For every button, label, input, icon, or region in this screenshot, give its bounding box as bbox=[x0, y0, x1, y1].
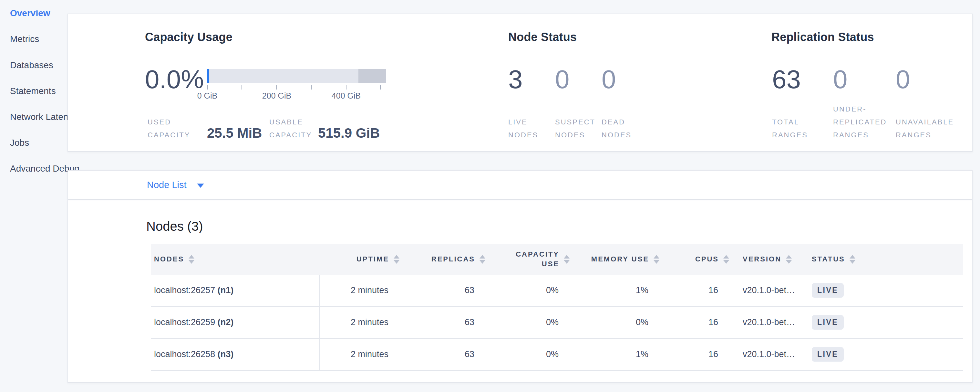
column-header-memory-use-label: MEMORY USE bbox=[591, 255, 649, 263]
suspect-nodes-label: SUSPECT NODES bbox=[555, 116, 595, 142]
live-nodes-label-line2: NODES bbox=[508, 129, 538, 142]
capacity-used-percent: 0.0% bbox=[145, 63, 204, 96]
column-header-memory-use[interactable]: MEMORY USE bbox=[558, 244, 648, 275]
nodes-table: NODES UPTIME REPLICAS CAPACITY USE MEMOR… bbox=[151, 244, 963, 371]
column-header-version-label: VERSION bbox=[743, 255, 781, 263]
gauge-tick bbox=[277, 85, 277, 89]
usable-capacity-label-line1: USABLE bbox=[269, 116, 312, 129]
under-replicated-ranges-label: UNDER- REPLICATED RANGES bbox=[833, 103, 887, 142]
column-header-cpus[interactable]: CPUS bbox=[648, 244, 718, 275]
column-header-replicas[interactable]: REPLICAS bbox=[388, 244, 474, 275]
gauge-tick bbox=[346, 85, 347, 89]
gauge-tick bbox=[242, 85, 242, 89]
dead-nodes-label-line2: NODES bbox=[601, 129, 632, 142]
node-list-dropdown[interactable]: Node List bbox=[147, 171, 204, 199]
unavailable-ranges-label-line1: UNAVAILABLE bbox=[896, 116, 954, 129]
capacity-use-cell: 0% bbox=[474, 349, 558, 359]
used-capacity-label: USED CAPACITY bbox=[148, 116, 190, 142]
used-capacity-label-line2: CAPACITY bbox=[148, 129, 190, 142]
sidebar-item-jobs[interactable]: Jobs bbox=[10, 136, 29, 149]
version-cell: v20.1.0-bet… bbox=[718, 349, 812, 359]
column-header-uptime-label: UPTIME bbox=[356, 255, 389, 263]
sidebar-item-metrics[interactable]: Metrics bbox=[10, 33, 39, 46]
nodes-table-header: NODES UPTIME REPLICAS CAPACITY USE MEMOR… bbox=[151, 244, 963, 275]
column-header-nodes[interactable]: NODES bbox=[151, 244, 319, 275]
memory-use-cell: 1% bbox=[558, 285, 648, 295]
usable-capacity-label: USABLE CAPACITY bbox=[269, 116, 312, 142]
node-address-cell[interactable]: localhost:26258 (n3) bbox=[151, 349, 319, 359]
under-replicated-label-line2: REPLICATED bbox=[833, 116, 887, 129]
node-id: (n1) bbox=[218, 285, 234, 295]
live-nodes-label: LIVE NODES bbox=[508, 116, 538, 142]
column-header-replicas-label: REPLICAS bbox=[431, 255, 475, 263]
cpus-cell: 16 bbox=[648, 349, 718, 359]
sort-icon bbox=[786, 255, 792, 264]
under-replicated-ranges-count: 0 bbox=[833, 63, 848, 96]
cpus-cell: 16 bbox=[648, 317, 718, 327]
node-address-cell[interactable]: localhost:26257 (n1) bbox=[151, 285, 319, 295]
total-ranges-label-line1: TOTAL bbox=[772, 116, 808, 129]
column-header-cpus-label: CPUS bbox=[695, 255, 719, 263]
sort-icon bbox=[850, 255, 855, 264]
replicas-cell: 63 bbox=[388, 349, 474, 359]
column-header-status-label: STATUS bbox=[812, 255, 845, 263]
sidebar-item-overview[interactable]: Overview bbox=[10, 7, 50, 20]
view-selector-card: Node List bbox=[67, 170, 972, 200]
suspect-nodes-count: 0 bbox=[555, 63, 570, 96]
total-ranges-label: TOTAL RANGES bbox=[772, 116, 808, 142]
dead-nodes-label-line1: DEAD bbox=[601, 116, 632, 129]
dead-nodes-label: DEAD NODES bbox=[601, 116, 632, 142]
used-capacity-value: 25.5 MiB bbox=[207, 125, 262, 141]
node-address-cell[interactable]: localhost:26259 (n2) bbox=[151, 317, 319, 327]
dead-nodes-count: 0 bbox=[601, 63, 616, 96]
column-header-status[interactable]: STATUS bbox=[812, 244, 963, 275]
usable-capacity-label-line2: CAPACITY bbox=[269, 129, 312, 142]
status-badge: LIVE bbox=[812, 347, 844, 362]
node-address: localhost:26259 bbox=[154, 317, 215, 327]
node-status-title: Node Status bbox=[508, 30, 577, 44]
table-row: localhost:26259 (n2) 2 minutes 63 0% 0% … bbox=[151, 307, 963, 339]
used-capacity-label-line1: USED bbox=[148, 116, 190, 129]
memory-use-cell: 1% bbox=[558, 349, 648, 359]
replication-status-title: Replication Status bbox=[772, 30, 874, 44]
cpus-cell: 16 bbox=[648, 285, 718, 295]
capacity-gauge bbox=[207, 69, 386, 83]
memory-use-cell: 0% bbox=[558, 317, 648, 327]
nodes-table-title: Nodes (3) bbox=[146, 219, 203, 234]
replicas-cell: 63 bbox=[388, 317, 474, 327]
cluster-summary-card: Capacity Usage 0.0% 0 GiB 200 GiB 400 Gi… bbox=[67, 14, 972, 152]
uptime-cell: 2 minutes bbox=[319, 285, 388, 295]
sidebar-item-statements[interactable]: Statements bbox=[10, 84, 56, 97]
under-replicated-label-line3: RANGES bbox=[833, 129, 887, 142]
column-header-version[interactable]: VERSION bbox=[718, 244, 812, 275]
gauge-axis-label: 400 GiB bbox=[323, 91, 369, 100]
table-row: localhost:26257 (n1) 2 minutes 63 0% 1% … bbox=[151, 275, 963, 307]
gauge-axis-label: 0 GiB bbox=[185, 91, 230, 100]
live-nodes-label-line1: LIVE bbox=[508, 116, 538, 129]
version-cell: v20.1.0-bet… bbox=[718, 285, 812, 295]
uptime-cell: 2 minutes bbox=[319, 349, 388, 359]
node-id: (n3) bbox=[218, 349, 234, 359]
table-row: localhost:26258 (n3) 2 minutes 63 0% 1% … bbox=[151, 339, 963, 371]
capacity-use-label-line2: USE bbox=[515, 259, 559, 269]
unavailable-ranges-label: UNAVAILABLE RANGES bbox=[896, 116, 954, 142]
sort-icon bbox=[189, 255, 194, 264]
uptime-cell: 2 minutes bbox=[319, 317, 388, 327]
unavailable-ranges-label-line2: RANGES bbox=[896, 129, 954, 142]
column-header-uptime[interactable]: UPTIME bbox=[319, 244, 388, 275]
total-ranges-label-line2: RANGES bbox=[772, 129, 808, 142]
sidebar-item-databases[interactable]: Databases bbox=[10, 59, 53, 72]
capacity-gauge-reserved-segment bbox=[358, 69, 386, 83]
nodes-table-card: Nodes (3) NODES UPTIME REPLICAS CAPACITY… bbox=[67, 200, 972, 383]
suspect-nodes-label-line2: NODES bbox=[555, 129, 595, 142]
status-cell: LIVE bbox=[812, 347, 963, 362]
chevron-down-icon bbox=[197, 183, 204, 188]
suspect-nodes-label-line1: SUSPECT bbox=[555, 116, 595, 129]
node-address: localhost:26257 bbox=[154, 285, 215, 295]
column-header-capacity-use-label: CAPACITY USE bbox=[515, 250, 559, 269]
unavailable-ranges-count: 0 bbox=[896, 63, 910, 96]
live-nodes-count: 3 bbox=[508, 63, 523, 96]
node-address: localhost:26258 bbox=[154, 349, 215, 359]
status-cell: LIVE bbox=[812, 283, 963, 298]
column-header-capacity-use[interactable]: CAPACITY USE bbox=[474, 244, 558, 275]
